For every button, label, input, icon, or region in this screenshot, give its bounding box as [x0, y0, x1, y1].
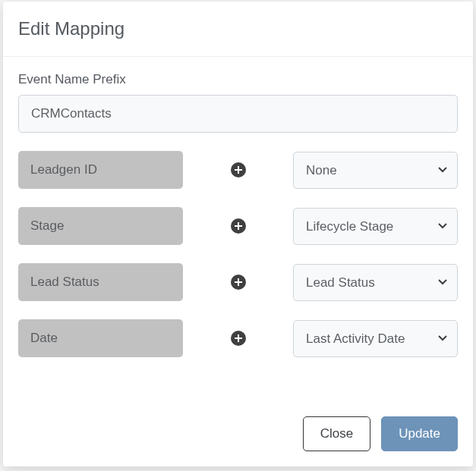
- mapping-left-field: Stage: [18, 207, 183, 245]
- mapping-plus-cell: [189, 275, 287, 290]
- plus-icon[interactable]: [231, 275, 246, 290]
- plus-icon[interactable]: [231, 218, 246, 234]
- mapping-right-field: Lead Status: [293, 264, 458, 301]
- mapping-left-field: Lead Status: [18, 263, 183, 301]
- mapping-row: Date Last Activity Date: [18, 319, 458, 357]
- modal-title: Edit Mapping: [18, 18, 458, 39]
- mapping-row: Stage Lifecycle Stage: [18, 207, 458, 245]
- mapping-select[interactable]: Lifecycle Stage: [293, 208, 458, 245]
- mapping-left-field: Leadgen ID: [18, 151, 183, 189]
- close-button[interactable]: Close: [303, 416, 370, 451]
- update-button[interactable]: Update: [381, 416, 458, 451]
- mapping-rows: Leadgen ID None Stage: [18, 151, 458, 357]
- mapping-right-field: Lifecycle Stage: [293, 208, 458, 245]
- modal-footer: Close Update: [3, 403, 473, 466]
- mapping-plus-cell: [189, 162, 287, 177]
- event-name-prefix-label: Event Name Prefix: [18, 72, 458, 87]
- mapping-select[interactable]: None: [293, 152, 458, 189]
- modal-body: Event Name Prefix Leadgen ID None: [3, 57, 473, 403]
- plus-icon[interactable]: [231, 331, 246, 346]
- mapping-row: Leadgen ID None: [18, 151, 458, 189]
- modal-header: Edit Mapping: [3, 2, 473, 57]
- mapping-plus-cell: [189, 218, 287, 234]
- mapping-right-field: None: [293, 152, 458, 189]
- event-name-prefix-input[interactable]: [18, 95, 458, 133]
- mapping-right-field: Last Activity Date: [293, 320, 458, 357]
- mapping-plus-cell: [189, 331, 287, 346]
- mapping-left-field: Date: [18, 319, 183, 357]
- mapping-select[interactable]: Last Activity Date: [293, 320, 458, 357]
- plus-icon[interactable]: [231, 162, 246, 177]
- mapping-select[interactable]: Lead Status: [293, 264, 458, 301]
- mapping-row: Lead Status Lead Status: [18, 263, 458, 301]
- edit-mapping-modal: Edit Mapping Event Name Prefix Leadgen I…: [3, 2, 473, 466]
